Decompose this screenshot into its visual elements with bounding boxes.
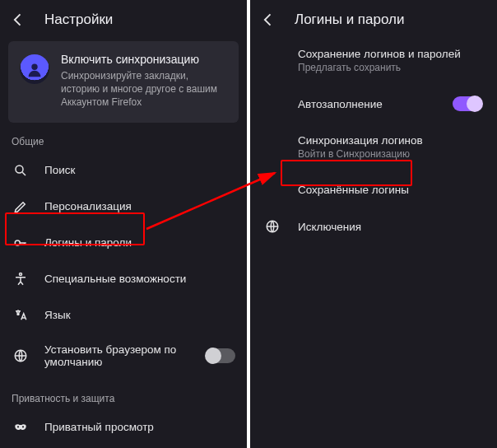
row-search-label: Поиск bbox=[44, 164, 235, 176]
row-language[interactable]: Язык bbox=[0, 297, 247, 334]
row-sync-logins[interactable]: Синхронизация логинов Войти в Синхрониза… bbox=[250, 123, 497, 171]
svg-point-1 bbox=[16, 166, 23, 173]
avatar-icon bbox=[20, 54, 49, 84]
row-default-browser[interactable]: Установить браузером по умолчанию bbox=[0, 334, 247, 378]
logins-list: Сохранение логинов и паролей Предлагать … bbox=[250, 36, 497, 245]
page-title-right: Логины и пароли bbox=[295, 12, 404, 28]
row-private-label: Приватный просмотр bbox=[44, 421, 235, 433]
privacy-list: Приватный просмотр Улучшенная защита от … bbox=[0, 409, 247, 448]
row-default-browser-label: Установить браузером по умолчанию bbox=[44, 343, 191, 368]
back-icon[interactable] bbox=[260, 12, 276, 28]
key-icon bbox=[12, 236, 30, 250]
row-save-logins[interactable]: Сохранение логинов и паролей Предлагать … bbox=[250, 36, 497, 85]
row-search[interactable]: Поиск bbox=[0, 152, 247, 189]
section-general: Общие bbox=[0, 128, 247, 152]
row-exceptions[interactable]: Исключения bbox=[250, 208, 497, 245]
header-left: Настройки bbox=[0, 0, 247, 36]
row-personalize-label: Персонализация bbox=[44, 200, 235, 212]
back-icon[interactable] bbox=[10, 12, 26, 28]
row-save-logins-label: Сохранение логинов и паролей bbox=[298, 48, 482, 60]
section-privacy: Приватность и защита bbox=[0, 385, 247, 409]
autofill-toggle[interactable] bbox=[453, 96, 482, 111]
svg-point-2 bbox=[15, 240, 20, 245]
globe-icon bbox=[262, 219, 283, 234]
row-autofill[interactable]: Автозаполнение bbox=[250, 85, 497, 123]
sync-promo-subtitle: Синхронизируйте закладки, историю и мног… bbox=[61, 69, 227, 110]
row-language-label: Язык bbox=[44, 309, 235, 321]
general-list: Поиск Персонализация Логины и пароли Спе… bbox=[0, 152, 247, 378]
settings-panel: Настройки Включить синхронизацию Синхрон… bbox=[0, 0, 247, 448]
row-save-logins-sub: Предлагать сохранить bbox=[298, 62, 482, 73]
default-browser-toggle[interactable] bbox=[206, 348, 235, 363]
row-exceptions-label: Исключения bbox=[298, 221, 482, 233]
row-accessibility-label: Специальные возможности bbox=[44, 273, 235, 285]
row-saved-logins[interactable]: Сохранённые логины bbox=[250, 171, 497, 208]
mask-icon bbox=[12, 420, 30, 435]
row-sync-logins-sub: Войти в Синхронизацию bbox=[298, 148, 482, 160]
row-personalize[interactable]: Персонализация bbox=[0, 189, 247, 225]
svg-point-6 bbox=[22, 426, 24, 427]
row-saved-logins-label: Сохранённые логины bbox=[298, 184, 482, 196]
svg-point-5 bbox=[17, 426, 19, 427]
accessibility-icon bbox=[12, 272, 30, 287]
sync-promo-text: Включить синхронизацию Синхронизируйте з… bbox=[61, 53, 227, 110]
row-logins-label: Логины и пароли bbox=[44, 236, 235, 249]
row-autofill-label: Автозаполнение bbox=[298, 98, 438, 110]
globe-icon bbox=[12, 348, 30, 363]
row-tracking[interactable]: Улучшенная защита от отслеживания Включе… bbox=[0, 446, 247, 448]
header-right: Логины и пароли bbox=[250, 0, 497, 36]
row-private[interactable]: Приватный просмотр bbox=[0, 409, 247, 446]
page-title-left: Настройки bbox=[44, 12, 113, 28]
logins-panel: Логины и пароли Сохранение логинов и пар… bbox=[250, 0, 497, 448]
row-accessibility[interactable]: Специальные возможности bbox=[0, 261, 247, 297]
sync-promo-title: Включить синхронизацию bbox=[61, 53, 227, 66]
row-sync-logins-label: Синхронизация логинов bbox=[298, 134, 482, 147]
language-icon bbox=[12, 308, 30, 323]
brush-icon bbox=[12, 199, 30, 214]
sync-promo-card[interactable]: Включить синхронизацию Синхронизируйте з… bbox=[8, 41, 239, 123]
svg-point-0 bbox=[31, 64, 37, 70]
svg-point-3 bbox=[20, 273, 22, 275]
row-logins[interactable]: Логины и пароли bbox=[0, 225, 247, 261]
search-icon bbox=[12, 163, 30, 178]
